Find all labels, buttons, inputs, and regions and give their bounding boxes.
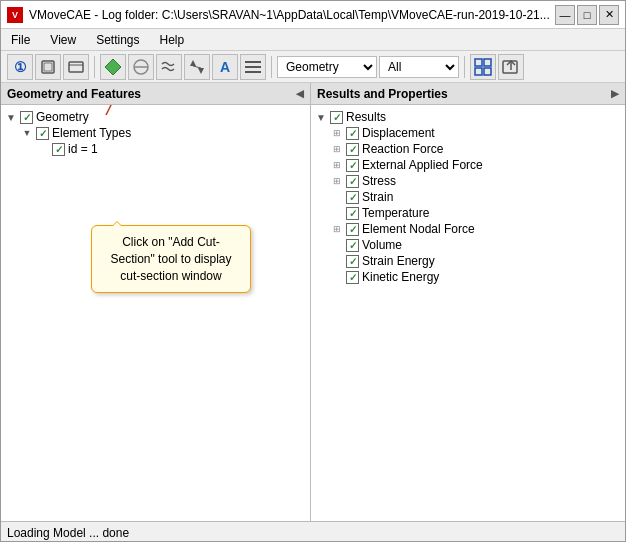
status-text: Loading Model ... done — [7, 526, 129, 540]
result-stress[interactable]: ⊞ ✓ Stress — [331, 173, 621, 189]
checkbox-stress[interactable]: ✓ — [346, 175, 359, 188]
menu-file[interactable]: File — [7, 32, 34, 48]
expand-geometry[interactable]: ▼ — [5, 111, 17, 123]
result-reaction-force[interactable]: ⊞ ✓ Reaction Force — [331, 141, 621, 157]
checkbox-temperature[interactable]: ✓ — [346, 207, 359, 220]
expand-nodal-force[interactable]: ⊞ — [331, 223, 343, 235]
left-panel: Geometry and Features ◀ ▼ ✓ Geometry ▼ ✓… — [1, 83, 311, 521]
label-element-types: Element Types — [52, 126, 131, 140]
svg-rect-1 — [44, 63, 52, 71]
left-panel-content: ▼ ✓ Geometry ▼ ✓ Element Types ▶ ✓ id = … — [1, 105, 310, 521]
toolbar-geometry-icon[interactable] — [100, 54, 126, 80]
result-strain[interactable]: ⊞ ✓ Strain — [331, 189, 621, 205]
right-panel-title: Results and Properties — [317, 87, 448, 101]
result-root[interactable]: ▼ ✓ Results — [315, 109, 621, 125]
expand-element-types[interactable]: ▼ — [21, 127, 33, 139]
checkbox-element-types[interactable]: ✓ — [36, 127, 49, 140]
result-nodal-force[interactable]: ⊞ ✓ Element Nodal Force — [331, 221, 621, 237]
svg-rect-15 — [475, 68, 482, 75]
label-reaction-force: Reaction Force — [362, 142, 443, 156]
svg-marker-4 — [105, 59, 121, 75]
toolbar-arrows-icon[interactable] — [184, 54, 210, 80]
geometry-children: ▼ ✓ Element Types ▶ ✓ id = 1 — [5, 125, 306, 157]
svg-marker-8 — [198, 68, 204, 74]
title-bar-left: V VMoveCAE - Log folder: C:\Users\SRAVAN… — [7, 7, 550, 23]
expand-reaction-force[interactable]: ⊞ — [331, 143, 343, 155]
label-stress: Stress — [362, 174, 396, 188]
label-geometry: Geometry — [36, 110, 89, 124]
toolbar-grid-icon[interactable] — [470, 54, 496, 80]
left-panel-collapse[interactable]: ◀ — [296, 88, 304, 99]
callout-text: Click on "Add Cut-Section" tool to displ… — [111, 235, 232, 283]
checkbox-nodal-force[interactable]: ✓ — [346, 223, 359, 236]
result-external-force[interactable]: ⊞ ✓ External Applied Force — [331, 157, 621, 173]
minimize-button[interactable]: — — [555, 5, 575, 25]
toolbar-icon-1[interactable]: ① — [7, 54, 33, 80]
title-controls[interactable]: — □ ✕ — [555, 5, 619, 25]
tree-item-element-types[interactable]: ▼ ✓ Element Types — [21, 125, 306, 141]
close-button[interactable]: ✕ — [599, 5, 619, 25]
svg-rect-10 — [245, 61, 261, 63]
checkbox-displacement[interactable]: ✓ — [346, 127, 359, 140]
checkbox-id1[interactable]: ✓ — [52, 143, 65, 156]
toolbar-sep-3 — [464, 56, 465, 78]
svg-rect-12 — [245, 71, 261, 73]
toolbar-icon-2[interactable] — [35, 54, 61, 80]
left-panel-header: Geometry and Features ◀ — [1, 83, 310, 105]
result-displacement[interactable]: ⊞ ✓ Displacement — [331, 125, 621, 141]
checkbox-external-force[interactable]: ✓ — [346, 159, 359, 172]
menu-settings[interactable]: Settings — [92, 32, 143, 48]
label-results: Results — [346, 110, 386, 124]
expand-displacement[interactable]: ⊞ — [331, 127, 343, 139]
checkbox-results[interactable]: ✓ — [330, 111, 343, 124]
expand-results[interactable]: ▼ — [315, 111, 327, 123]
menu-help[interactable]: Help — [156, 32, 189, 48]
callout-tooltip: Click on "Add Cut-Section" tool to displ… — [91, 225, 251, 293]
label-external-force: External Applied Force — [362, 158, 483, 172]
menu-bar: File View Settings Help — [1, 29, 625, 51]
toolbar-sep-2 — [271, 56, 272, 78]
expand-external-force[interactable]: ⊞ — [331, 159, 343, 171]
svg-rect-13 — [475, 59, 482, 66]
menu-view[interactable]: View — [46, 32, 80, 48]
toolbar-lines-icon[interactable] — [240, 54, 266, 80]
right-panel: Results and Properties ▶ ▼ ✓ Results ⊞ ✓… — [311, 83, 625, 521]
toolbar-export-icon[interactable] — [498, 54, 524, 80]
checkbox-reaction-force[interactable]: ✓ — [346, 143, 359, 156]
right-panel-collapse[interactable]: ▶ — [611, 88, 619, 99]
app-icon: V — [7, 7, 23, 23]
svg-rect-14 — [484, 59, 491, 66]
toolbar-icon-3[interactable] — [63, 54, 89, 80]
result-temperature[interactable]: ⊞ ✓ Temperature — [331, 205, 621, 221]
left-panel-title: Geometry and Features — [7, 87, 141, 101]
checkbox-strain-energy[interactable]: ✓ — [346, 255, 359, 268]
label-nodal-force: Element Nodal Force — [362, 222, 475, 236]
checkbox-strain[interactable]: ✓ — [346, 191, 359, 204]
tree-item-geometry[interactable]: ▼ ✓ Geometry — [5, 109, 306, 125]
all-dropdown[interactable]: All — [379, 56, 459, 78]
svg-line-9 — [193, 66, 201, 68]
label-kinetic-energy: Kinetic Energy — [362, 270, 439, 284]
expand-stress[interactable]: ⊞ — [331, 175, 343, 187]
geometry-dropdown[interactable]: Geometry — [277, 56, 377, 78]
result-kinetic-energy[interactable]: ⊞ ✓ Kinetic Energy — [331, 269, 621, 285]
label-id1: id = 1 — [68, 142, 98, 156]
toolbar-wave-icon[interactable] — [156, 54, 182, 80]
toolbar-text-icon[interactable]: A — [212, 54, 238, 80]
maximize-button[interactable]: □ — [577, 5, 597, 25]
checkbox-kinetic-energy[interactable]: ✓ — [346, 271, 359, 284]
svg-rect-11 — [245, 66, 261, 68]
main-area: Geometry and Features ◀ ▼ ✓ Geometry ▼ ✓… — [1, 83, 625, 521]
result-volume[interactable]: ⊞ ✓ Volume — [331, 237, 621, 253]
label-displacement: Displacement — [362, 126, 435, 140]
label-temperature: Temperature — [362, 206, 429, 220]
toolbar-cut-section-icon[interactable] — [128, 54, 154, 80]
title-bar: V VMoveCAE - Log folder: C:\Users\SRAVAN… — [1, 1, 625, 29]
element-types-children: ▶ ✓ id = 1 — [21, 141, 306, 157]
tree-item-id1[interactable]: ▶ ✓ id = 1 — [37, 141, 306, 157]
svg-rect-16 — [484, 68, 491, 75]
result-strain-energy[interactable]: ⊞ ✓ Strain Energy — [331, 253, 621, 269]
checkbox-geometry[interactable]: ✓ — [20, 111, 33, 124]
checkbox-volume[interactable]: ✓ — [346, 239, 359, 252]
svg-marker-7 — [190, 60, 196, 66]
